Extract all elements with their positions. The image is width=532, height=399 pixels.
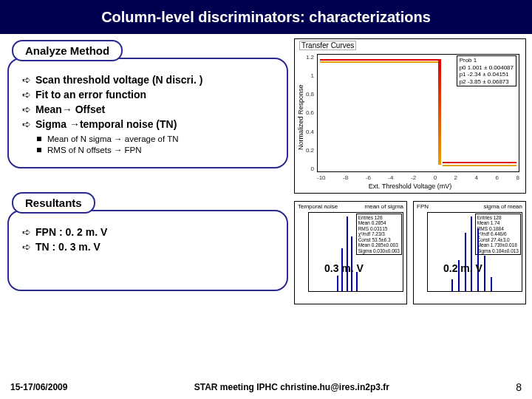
analyze-item: ➪Sigma →temporal noise (TN) — [22, 118, 276, 130]
fpn-chart: FPN sigma of mean Entries 128 Mean 1.74 … — [413, 201, 526, 304]
temporal-noise-chart: Temporal noise mean of sigma Entries 128… — [294, 201, 407, 304]
hist-bar — [484, 256, 485, 291]
tick: 8 — [516, 174, 519, 181]
analyze-item-text: Scan threshold voltage (N discri. ) — [35, 74, 202, 86]
tick: 6 — [496, 174, 499, 181]
right-column: Transfer Curves Prob 1 p0 1.001 ± 0.0040… — [294, 34, 532, 371]
content-area: Analyze Method ➪Scan threshold voltage (… — [0, 34, 532, 371]
bullet-arrow-icon: ➪ — [22, 89, 31, 100]
tick: 2 — [454, 174, 457, 181]
square-bullet-icon — [37, 148, 41, 152]
hist-bar — [471, 216, 472, 291]
transfer-ylabel: Normalized Response — [297, 84, 304, 150]
hist-bar — [491, 277, 492, 291]
resultants-item-text: FPN : 0. 2 m. V — [35, 226, 107, 238]
hist-bar — [337, 276, 338, 291]
analyze-item: ➪Fit to an error function — [22, 89, 276, 100]
tick: 0 — [302, 166, 314, 172]
overlay-label: 0.3 m. V — [324, 262, 364, 274]
tick: 4 — [475, 174, 478, 181]
analyze-subitem-text: RMS of N offsets → FPN — [47, 146, 142, 154]
stat-line: p2 -3.85 ± 0.06873 — [460, 78, 514, 86]
small-subtitle: mean of sigma — [365, 203, 403, 210]
analyze-subitem: Mean of N sigma → average of TN — [37, 134, 276, 143]
tick: -8 — [343, 174, 348, 181]
slide-title: Column-level discriminators: characteriz… — [0, 0, 532, 34]
analyze-item: ➪Scan threshold voltage (N discri. ) — [22, 74, 276, 86]
tick: -4 — [388, 174, 393, 181]
resultants-item-text: TN : 0. 3 m. V — [35, 241, 100, 253]
hist-bar — [356, 272, 358, 292]
bullet-arrow-icon: ➪ — [22, 74, 31, 86]
tick: 1.2 — [302, 54, 314, 61]
bullet-arrow-icon: ➪ — [22, 118, 31, 130]
hist-bar — [347, 216, 348, 291]
hist-bar — [477, 228, 479, 291]
tick: -10 — [317, 174, 326, 181]
analyze-block: ➪Scan threshold voltage (N discri. ) ➪Fi… — [7, 58, 288, 168]
slide: Column-level discriminators: characteriz… — [0, 0, 532, 399]
resultants-heading: Resultants — [12, 192, 95, 214]
transfer-chart: Transfer Curves Prob 1 p0 1.001 ± 0.0040… — [294, 38, 526, 194]
small-title-text: FPN — [417, 203, 429, 210]
analyze-subitem: RMS of N offsets → FPN — [37, 146, 276, 154]
bullet-arrow-icon: ➪ — [22, 241, 31, 253]
small-plotarea — [308, 212, 403, 292]
transfer-xticks: -10 -8 -6 -4 -2 0 2 4 6 8 — [317, 174, 519, 181]
analyze-item-text: Fit to an error function — [35, 89, 146, 100]
square-bullet-icon — [37, 137, 41, 141]
analyze-item-text: Sigma →temporal noise (TN) — [35, 118, 177, 130]
small-charts-row: Temporal noise mean of sigma Entries 128… — [294, 201, 526, 304]
transfer-statbox: Prob 1 p0 1.001 ± 0.004087 p1 -2.34 ± 0.… — [457, 55, 516, 86]
transfer-title: Transfer Curves — [299, 41, 356, 50]
stat-line: p1 -2.34 ± 0.04151 — [460, 71, 514, 78]
tick: 1 — [302, 72, 314, 79]
left-column: Analyze Method ➪Scan threshold voltage (… — [0, 34, 294, 371]
resultants-item: ➪FPN : 0. 2 m. V — [22, 226, 276, 238]
analyze-item-text: Mean→ Offset — [35, 103, 105, 115]
analyze-item: ➪Mean→ Offset — [22, 103, 276, 115]
analyze-subitem-text: Mean of N sigma → average of TN — [47, 134, 178, 143]
bullet-arrow-icon: ➪ — [22, 226, 31, 238]
transfer-xlabel: Ext. Threshold Voltage (mV) — [295, 183, 525, 190]
tick: -6 — [366, 174, 371, 181]
curve-drop — [438, 59, 441, 164]
resultants-block: ➪FPN : 0. 2 m. V ➪TN : 0. 3 m. V — [7, 210, 288, 291]
footer: 15-17/06/2009 STAR meeting IPHC christin… — [0, 375, 532, 399]
small-subtitle: sigma of mean — [484, 203, 522, 210]
footer-date: 15-17/06/2009 — [10, 382, 67, 392]
bullet-arrow-icon: ➪ — [22, 103, 31, 115]
small-title: FPN — [417, 203, 429, 210]
small-title-text: Temporal noise — [298, 203, 338, 210]
tick: -2 — [411, 174, 416, 181]
overlay-label: 0.2 m. V — [443, 262, 482, 274]
small-title: Temporal noise — [298, 203, 338, 210]
hist-bar — [451, 279, 453, 291]
stat-line: Prob 1 — [460, 57, 514, 64]
stat-line: p0 1.001 ± 0.004087 — [460, 64, 514, 72]
footer-center: STAR meeting IPHC christine.hu@ires.in2p… — [67, 382, 516, 392]
tick: 0 — [434, 174, 437, 181]
resultants-item: ➪TN : 0. 3 m. V — [22, 241, 276, 253]
analyze-heading: Analyze Method — [12, 40, 123, 61]
page-number: 8 — [516, 381, 522, 393]
small-plotarea — [427, 212, 522, 292]
